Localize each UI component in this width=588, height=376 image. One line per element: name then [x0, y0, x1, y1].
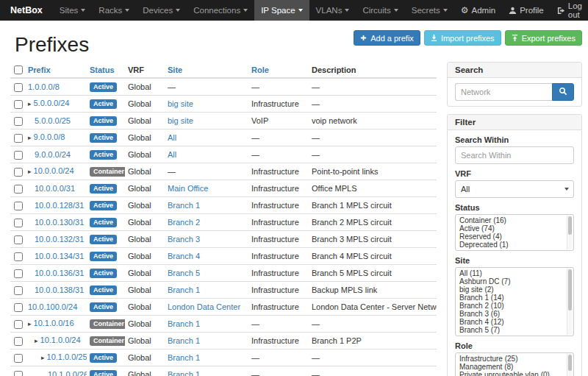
import-prefixes-button[interactable]: Import prefixes	[424, 30, 501, 46]
option-container-16[interactable]: Container (16)	[457, 216, 565, 224]
column-header-role[interactable]: Role	[248, 62, 309, 78]
prefix-link[interactable]: 5.0.0.0/25	[35, 116, 71, 125]
option-branch-5-7[interactable]: Branch 5 (7)	[457, 326, 565, 334]
prefix-link[interactable]: 10.0.0.136/31	[35, 269, 84, 277]
expand-arrow[interactable]: ▸	[41, 354, 45, 361]
prefix-link[interactable]: 10.1.0.0/25	[47, 352, 87, 361]
site-link[interactable]: Branch 1	[168, 319, 200, 328]
row-checkbox[interactable]	[14, 286, 23, 295]
site-link[interactable]: Branch 4	[168, 252, 200, 260]
logout-link[interactable]: Log out	[551, 0, 588, 21]
site-link[interactable]: London Data Center	[168, 302, 240, 311]
site-link[interactable]: Branch 1	[168, 370, 200, 376]
listbox-scrollbar[interactable]	[567, 269, 573, 335]
row-checkbox[interactable]	[14, 202, 23, 210]
prefix-link[interactable]: 10.0.0.0/24	[34, 166, 74, 175]
navbar-brand[interactable]: NetBox	[0, 0, 53, 21]
site-link[interactable]: Branch 3	[168, 235, 200, 244]
prefix-link[interactable]: 9.0.0.0/24	[35, 150, 71, 159]
prefix-link[interactable]: 10.1.0.0/16	[34, 319, 74, 327]
prefix-link[interactable]: 10.0.0.128/31	[35, 201, 84, 210]
search-button[interactable]	[552, 83, 574, 101]
row-checkbox[interactable]	[14, 320, 23, 329]
prefix-link[interactable]: 10.1.0.0/24	[40, 336, 81, 344]
prefix-link[interactable]: 10.0.100.0/24	[28, 302, 77, 311]
admin-link[interactable]: ⚙ Admin	[454, 0, 502, 21]
prefix-link[interactable]: 10.0.0.0/31	[35, 184, 75, 193]
site-link[interactable]: Branch 1	[168, 285, 200, 294]
option-big-site-2[interactable]: big site (2)	[457, 285, 565, 294]
option-branch-3-6[interactable]: Branch 3 (6)	[457, 310, 565, 318]
option-branch-2-10[interactable]: Branch 2 (10)	[457, 302, 565, 310]
row-checkbox[interactable]	[14, 151, 23, 160]
row-checkbox[interactable]	[14, 168, 23, 177]
select-all-checkbox[interactable]	[14, 65, 23, 74]
row-checkbox[interactable]	[14, 134, 23, 143]
site-link[interactable]: Branch 1	[168, 336, 200, 345]
search-within-input[interactable]	[455, 146, 574, 164]
profile-link[interactable]: Profile	[502, 0, 551, 21]
expand-arrow[interactable]: ▸	[28, 134, 32, 141]
row-checkbox[interactable]	[14, 337, 23, 346]
row-checkbox[interactable]	[14, 371, 23, 376]
expand-arrow[interactable]: ▸	[28, 168, 32, 175]
prefix-link[interactable]: 10.0.0.134/31	[35, 252, 84, 260]
prefix-link[interactable]: 10.0.0.132/31	[35, 235, 84, 244]
row-checkbox[interactable]	[14, 185, 23, 194]
scrollbar-thumb[interactable]	[568, 216, 572, 235]
row-checkbox[interactable]	[14, 303, 23, 312]
row-checkbox[interactable]	[14, 354, 23, 363]
scrollbar-thumb[interactable]	[568, 269, 572, 311]
scrollbar-thumb[interactable]	[568, 355, 572, 371]
site-link[interactable]: All	[168, 133, 176, 142]
prefix-link[interactable]: 1.0.0.0/8	[28, 82, 60, 91]
column-header-prefix[interactable]: Prefix	[25, 62, 87, 78]
expand-arrow[interactable]: ▸	[35, 337, 38, 344]
column-header-status[interactable]: Status	[87, 62, 125, 78]
prefix-link[interactable]: 10.0.0.138/31	[35, 285, 84, 294]
option-management-8[interactable]: Management (8)	[457, 363, 565, 371]
row-checkbox[interactable]	[14, 100, 23, 109]
option-branch-4-12[interactable]: Branch 4 (12)	[457, 318, 565, 326]
nav-item-sites[interactable]: Sites	[53, 0, 93, 21]
site-link[interactable]: Branch 1	[168, 353, 200, 362]
row-checkbox[interactable]	[14, 252, 23, 261]
option-all-11[interactable]: All (11)	[457, 269, 565, 277]
export-prefixes-button[interactable]: Export prefixes	[505, 30, 582, 46]
row-checkbox[interactable]	[14, 117, 23, 126]
add-prefix-button[interactable]: Add a prefix	[354, 30, 420, 46]
prefix-link[interactable]: 9.0.0.0/8	[34, 132, 65, 141]
site-link[interactable]: big site	[168, 99, 193, 108]
nav-item-devices[interactable]: Devices	[136, 0, 187, 21]
option-private-unrouteable-vlan-0[interactable]: Private unrouteable vlan (0)	[457, 371, 565, 376]
site-link[interactable]: Branch 5	[168, 269, 200, 277]
site-link[interactable]: Main Office	[168, 184, 208, 193]
column-header-site[interactable]: Site	[165, 62, 248, 78]
listbox-scrollbar[interactable]	[567, 354, 573, 376]
site-link[interactable]: Branch 2	[168, 218, 200, 227]
nav-item-circuits[interactable]: Circuits	[356, 0, 404, 21]
expand-arrow[interactable]: ▸	[28, 100, 32, 107]
option-deprecated-1[interactable]: Deprecated (1)	[457, 241, 565, 249]
row-checkbox[interactable]	[14, 235, 23, 244]
nav-item-ip-space[interactable]: IP Space	[254, 0, 309, 21]
site-link[interactable]: All	[168, 150, 176, 159]
search-input[interactable]	[455, 83, 552, 101]
nav-item-vlans[interactable]: VLANs	[309, 0, 356, 21]
option-ashburn-dc-7[interactable]: Ashburn DC (7)	[457, 277, 565, 285]
prefix-link[interactable]: 10.0.0.130/31	[35, 218, 84, 227]
option-reserved-4[interactable]: Reserved (4)	[457, 233, 565, 241]
nav-item-racks[interactable]: Racks	[92, 0, 136, 21]
expand-arrow[interactable]: ▸	[28, 320, 32, 327]
prefix-link[interactable]: 5.0.0.0/24	[34, 99, 70, 107]
option-infrastructure-25[interactable]: Infrastructure (25)	[457, 355, 565, 363]
option-active-74[interactable]: Active (74)	[457, 224, 565, 233]
listbox-scrollbar[interactable]	[567, 216, 573, 249]
option-branch-1-14[interactable]: Branch 1 (14)	[457, 294, 565, 302]
prefix-link[interactable]: 10.1.0.0/26	[48, 370, 87, 376]
nav-item-secrets[interactable]: Secrets	[405, 0, 454, 21]
site-link[interactable]: big site	[168, 116, 193, 125]
row-checkbox[interactable]	[14, 219, 23, 227]
row-checkbox[interactable]	[14, 83, 23, 92]
vrf-select[interactable]: All	[455, 180, 574, 198]
